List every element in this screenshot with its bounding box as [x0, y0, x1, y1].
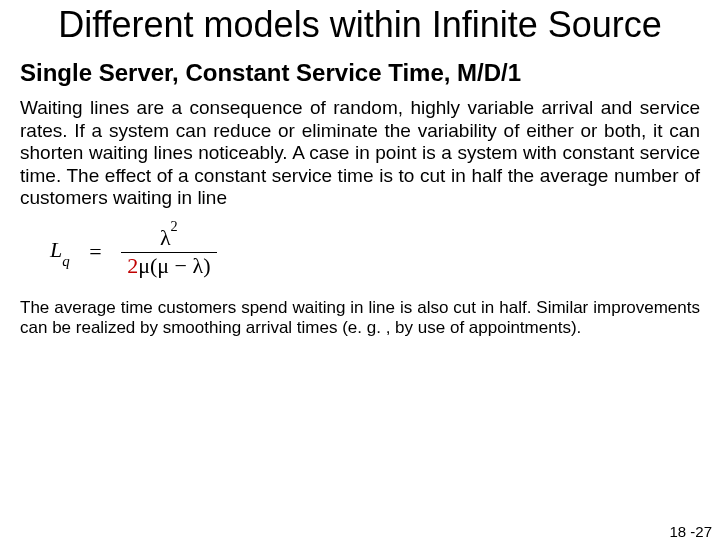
equals-sign: = — [89, 239, 101, 265]
lq-formula: Lq = λ2 2μ(μ − λ) — [50, 237, 217, 262]
page-number: 18 -27 — [669, 523, 712, 540]
num-symbol: λ — [160, 226, 171, 251]
body-paragraph-1: Waiting lines are a consequence of rando… — [20, 97, 700, 209]
slide: Different models within Infinite Source … — [0, 4, 720, 540]
body-paragraph-2: The average time customers spend waiting… — [20, 298, 700, 338]
den-diff-mu: μ — [157, 253, 169, 278]
formula-fraction: λ2 2μ(μ − λ) — [121, 225, 216, 278]
section-subheading: Single Server, Constant Service Time, M/… — [20, 59, 700, 87]
den-factor: 2 — [127, 253, 138, 278]
lhs-sub: q — [62, 253, 69, 269]
slide-title: Different models within Infinite Source — [20, 4, 700, 45]
lhs-var: L — [50, 237, 62, 262]
den-mu: μ — [138, 253, 150, 278]
num-exp: 2 — [171, 218, 178, 234]
fraction-denominator: 2μ(μ − λ) — [121, 253, 216, 278]
fraction-numerator: λ2 — [121, 225, 216, 253]
formula-lhs: Lq — [50, 237, 70, 262]
formula-block: Lq = λ2 2μ(μ − λ) — [50, 225, 700, 278]
den-diff-lambda: λ — [193, 253, 204, 278]
